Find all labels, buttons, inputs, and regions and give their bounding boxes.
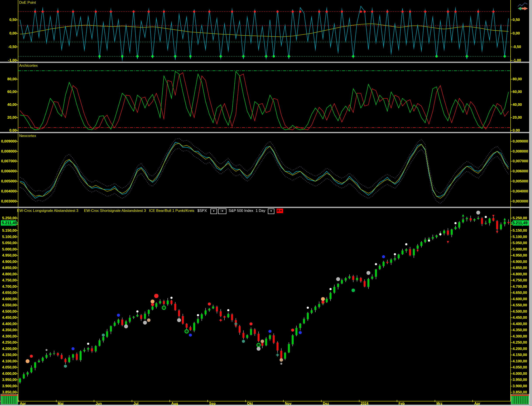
y-axis-label-right: 4.000,00	[513, 371, 527, 376]
axis-tick	[511, 268, 512, 268]
r-button[interactable]: R▼	[277, 209, 283, 213]
axis-tick	[511, 317, 512, 318]
neocortex-chart[interactable]	[18, 133, 510, 207]
axis-tick	[511, 261, 512, 262]
last-price-badge-left: 5.211,49	[1, 220, 18, 225]
y-axis-label-right: 4.700,00	[513, 284, 527, 289]
doe-point-chart[interactable]	[18, 0, 510, 62]
axis-tick	[511, 151, 512, 152]
y-axis-label-left: 5.150,00	[0, 228, 17, 233]
axis-tick	[17, 367, 18, 368]
axis-tick	[17, 47, 18, 47]
axis-tick	[17, 386, 18, 386]
axis-tick	[511, 361, 512, 362]
axis-tick	[17, 380, 18, 380]
month-tick	[18, 400, 19, 402]
axis-tick	[17, 330, 18, 330]
month-label: Feb	[398, 402, 405, 406]
month-tick	[283, 400, 284, 402]
indicator-label-ice[interactable]: ICE Bear/Bull 1 Punkt/Kreis	[149, 209, 194, 214]
index-name-label: S&P 500 Index	[229, 209, 253, 214]
axis-tick	[511, 293, 512, 293]
month-tick	[208, 400, 208, 402]
indicator-label-long[interactable]: EW-Croc Longsignale Abstandstest 3	[17, 209, 78, 214]
y-axis-label-right: 80,00	[513, 77, 522, 81]
y-axis-label-right: 4.450,00	[513, 315, 527, 320]
panel-doe-point: DoE Point	[0, 0, 529, 62]
y-axis-label-left: 3.900,00	[0, 384, 17, 388]
axis-tick	[17, 104, 18, 105]
axis-tick	[511, 243, 512, 243]
y-axis-label-right: 5.100,00	[513, 235, 527, 239]
axis-tick	[17, 141, 18, 142]
month-label: 2024	[361, 402, 369, 406]
axis-tick	[17, 60, 18, 61]
indicator-label-short[interactable]: EW-Croc Shortsignale Abstandstest 3	[84, 209, 146, 214]
y-axis-label-right: 4.100,00	[513, 359, 527, 363]
axis-tick	[17, 79, 18, 80]
y-axis-label-left: 4.550,00	[0, 303, 17, 307]
y-axis-label-right: 0,007000	[513, 159, 528, 163]
y-axis-label-right: 4.850,00	[513, 266, 527, 270]
symbol-label[interactable]: $SPX	[197, 209, 207, 214]
y-axis-label-left: 4.150,00	[0, 353, 17, 357]
y-axis-label-left: 40,00	[0, 102, 17, 107]
y-axis-label-right: 4.650,00	[513, 290, 527, 295]
compressed-scale-labels-left	[1, 394, 18, 405]
axis-tick	[17, 373, 18, 374]
axis-tick	[511, 224, 512, 225]
interval-dropdown[interactable]: I▼	[218, 209, 226, 214]
panel-title: Neocortex	[19, 134, 36, 138]
axis-tick	[511, 367, 512, 368]
axis-tick	[511, 336, 512, 337]
month-tick	[169, 400, 170, 402]
axis-tick	[17, 171, 18, 172]
axis-tick	[17, 191, 18, 192]
y-axis-label-left: 4.200,00	[0, 347, 17, 351]
y-axis-label-left: 4.900,00	[0, 260, 17, 264]
y-axis-label-left: 4.450,00	[0, 315, 17, 320]
y-axis-label-left: 20,00	[0, 116, 17, 120]
y-axis-label-right: 0,005000	[513, 179, 528, 183]
axis-tick	[17, 92, 18, 92]
axis-tick	[511, 237, 512, 237]
axis-tick	[511, 286, 512, 287]
axis-tick	[17, 361, 18, 362]
y-axis-label-right: 0,004000	[513, 189, 528, 194]
y-axis-label-left: 4.300,00	[0, 334, 17, 339]
y-axis-label-left: 4.050,00	[0, 365, 17, 370]
y-axis-label-right: 40,00	[513, 102, 522, 107]
y-axis-label-right: 4.800,00	[513, 272, 527, 276]
axis-tick	[17, 311, 18, 312]
y-axis-label-left: 0,003000	[0, 199, 17, 203]
axis-tick	[511, 191, 512, 192]
panel-price-chart: Psychator S&P 500 Index (Tag)	[0, 208, 529, 401]
axis-tick	[511, 33, 512, 34]
period-label: 1 Day	[256, 209, 265, 214]
axis-tick	[17, 349, 18, 349]
axis-tick	[17, 255, 18, 256]
trend-arrows-icon[interactable]	[518, 2, 528, 11]
axis-tick	[511, 280, 512, 281]
y-axis-label-right: 3.900,00	[513, 384, 527, 388]
archicortex-chart[interactable]	[18, 63, 510, 132]
month-label: Nov	[285, 402, 291, 406]
month-tick	[321, 400, 322, 402]
y-axis-label-right: 0,009000	[513, 139, 528, 144]
axis-tick	[17, 20, 18, 20]
axis-tick	[511, 392, 512, 392]
vertical-scrollbar[interactable]	[529, 0, 532, 406]
symbol-dropdown[interactable]: ▼	[210, 209, 217, 214]
y-axis-label-left: 4.700,00	[0, 284, 17, 289]
period-dropdown[interactable]: ▼	[268, 209, 274, 214]
axis-tick	[511, 79, 512, 80]
y-axis-label-right: 4.350,00	[513, 328, 527, 332]
month-label: Aug	[171, 402, 178, 406]
y-axis-label-right: 4.500,00	[513, 309, 527, 314]
candlestick-chart[interactable]	[18, 208, 510, 401]
y-axis-label-left: 0,005000	[0, 179, 17, 183]
y-axis-label-left: 4.850,00	[0, 266, 17, 270]
axis-tick	[511, 181, 512, 181]
axis-tick	[17, 280, 18, 281]
axis-tick	[17, 286, 18, 287]
